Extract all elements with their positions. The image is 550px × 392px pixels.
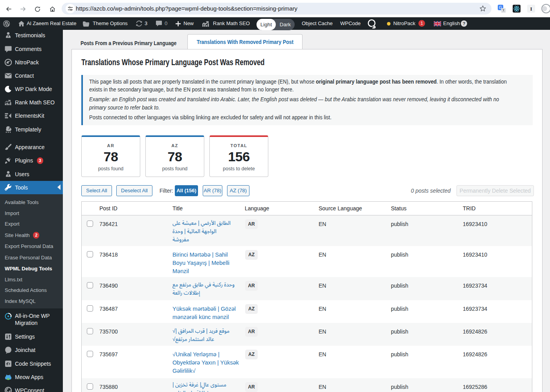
svg-text:I: I xyxy=(530,6,532,12)
